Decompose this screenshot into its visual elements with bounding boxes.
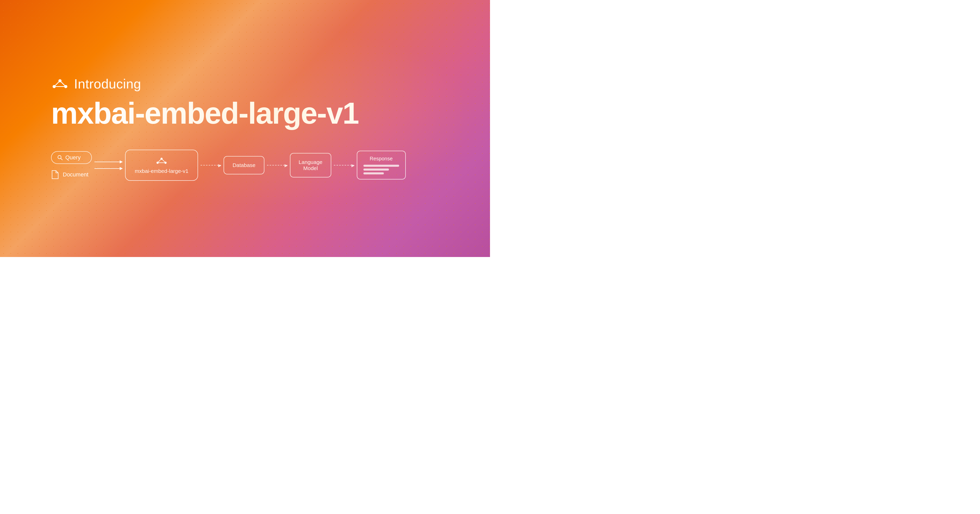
embed-model-label: mxbai-embed-large-v1	[135, 168, 188, 174]
mixedbread-logo-icon	[51, 77, 69, 90]
svg-line-3	[54, 81, 60, 87]
response-line-2	[363, 168, 389, 171]
database-box: Database	[224, 156, 264, 175]
search-icon	[57, 155, 63, 160]
embed-model-logo-icon	[156, 156, 168, 165]
query-to-model-arrow	[94, 162, 123, 162]
lm-to-response-arrow	[334, 165, 354, 165]
document-icon	[51, 170, 59, 179]
query-label: Query	[65, 154, 81, 161]
query-input-item: Query	[51, 151, 92, 164]
document-input-item: Document	[51, 170, 92, 179]
embed-model-box: mxbai-embed-large-v1	[125, 150, 198, 181]
response-title: Response	[363, 156, 399, 162]
language-model-label: LanguageModel	[299, 159, 322, 171]
document-label: Document	[63, 171, 88, 178]
response-box: Response	[357, 151, 406, 179]
intro-label: Introducing	[74, 76, 141, 92]
doc-to-model-arrow	[94, 168, 123, 169]
response-lines	[363, 165, 399, 175]
svg-line-4	[60, 81, 66, 87]
svg-line-12	[162, 159, 165, 163]
response-line-1	[363, 165, 399, 167]
model-to-db-arrow	[200, 165, 221, 165]
query-box: Query	[51, 151, 92, 164]
db-to-lm-arrow	[267, 165, 287, 165]
response-line-3	[363, 172, 384, 175]
main-title: mxbai-embed-large-v1	[51, 98, 439, 129]
database-label: Database	[232, 162, 256, 168]
page-background: Introducing mxbai-embed-large-v1 Query	[0, 0, 490, 257]
svg-line-11	[158, 159, 162, 163]
pipeline-diagram: Query Document	[51, 150, 439, 181]
inputs-group: Query Document	[51, 151, 92, 179]
intro-row: Introducing	[51, 76, 439, 92]
svg-line-7	[61, 158, 62, 160]
language-model-box: LanguageModel	[290, 153, 331, 178]
